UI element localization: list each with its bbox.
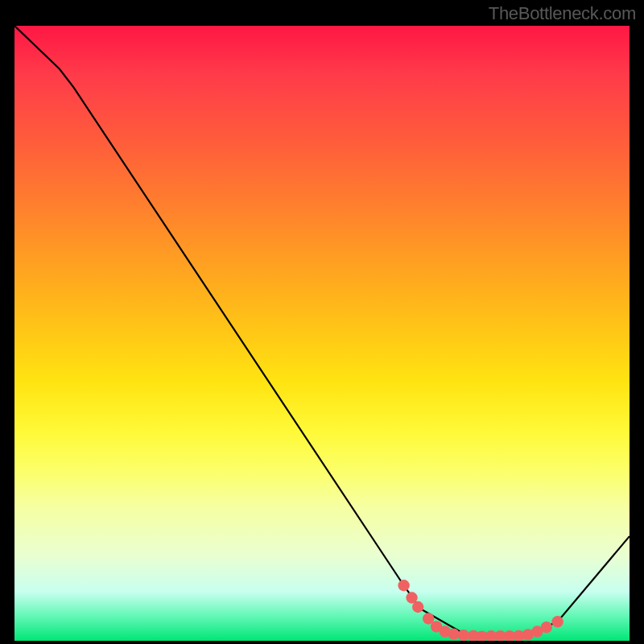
chart-marker (448, 628, 459, 639)
chart-marker (412, 601, 423, 613)
attribution-text: TheBottleneck.com (489, 3, 636, 24)
chart-marker (541, 621, 552, 633)
chart-marker (398, 580, 409, 591)
chart-plot-area (13, 24, 631, 642)
chart-marker (458, 630, 469, 641)
chart-marker (551, 616, 563, 627)
chart-overlay (14, 26, 630, 641)
chart-line (14, 26, 630, 637)
